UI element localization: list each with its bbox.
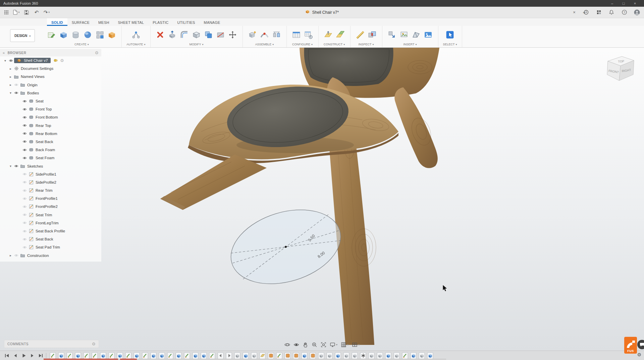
visibility-eye-icon[interactable] <box>21 148 28 151</box>
step-forward-button[interactable] <box>28 352 36 359</box>
timeline-feature-icon[interactable] <box>125 352 132 359</box>
move-icon[interactable] <box>228 30 238 40</box>
timeline-feature-icon[interactable] <box>92 352 98 359</box>
cylinder-icon[interactable] <box>70 30 80 40</box>
toolbar-group-label[interactable]: CREATE <box>74 43 89 47</box>
workspace-selector[interactable]: DESIGN <box>10 29 35 42</box>
pan-icon[interactable] <box>302 341 309 349</box>
timeline-feature-icon[interactable] <box>368 352 375 359</box>
fit-icon[interactable] <box>320 341 327 349</box>
split-icon[interactable] <box>216 30 226 40</box>
press-pull-icon[interactable] <box>167 30 177 40</box>
tree-item-front-top[interactable]: Front Top <box>0 105 101 113</box>
maximize-button[interactable]: □ <box>618 1 629 5</box>
ribbon-tab-plastic[interactable]: PLASTIC <box>148 18 173 26</box>
rigid-group-icon[interactable] <box>272 30 282 40</box>
timeline-feature-icon[interactable] <box>133 352 140 359</box>
timeline-feature-icon[interactable] <box>159 352 165 359</box>
extensions-icon[interactable] <box>595 8 603 16</box>
automate-icon[interactable] <box>131 30 141 40</box>
tree-item-sketches[interactable]: ▾Sketches <box>0 162 101 170</box>
pattern-icon[interactable] <box>95 30 105 40</box>
timeline-feature-icon[interactable] <box>192 352 199 359</box>
minimize-button[interactable]: – <box>606 1 618 5</box>
tree-item-seat-trim[interactable]: Seat Trim <box>0 211 101 219</box>
grid-settings-icon[interactable]: ▾ <box>340 341 350 349</box>
tree-item-rear-top[interactable]: Rear Top <box>0 122 101 130</box>
form-icon[interactable] <box>107 30 117 40</box>
timeline-feature-icon[interactable] <box>184 352 191 359</box>
sketch-ellipse[interactable]: 5.50 8.00 <box>222 197 350 296</box>
timeline-feature-icon[interactable] <box>393 352 400 359</box>
timeline-feature-icon[interactable] <box>201 352 207 359</box>
display-settings-icon[interactable]: ▾ <box>329 341 338 349</box>
visibility-eye-icon[interactable] <box>21 181 28 184</box>
skip-end-button[interactable] <box>36 352 45 359</box>
chair-right-leg[interactable] <box>394 87 438 168</box>
timeline-feature-icon[interactable] <box>108 352 115 359</box>
close-button[interactable]: × <box>629 1 641 5</box>
visibility-eye-icon[interactable] <box>13 254 19 257</box>
plane-angle-icon[interactable] <box>335 30 345 40</box>
tree-item-frontprofile2[interactable]: FrontProfile2 <box>0 203 101 211</box>
tree-item-seat-foam[interactable]: Seat Foam <box>0 154 101 162</box>
timeline-feature-icon[interactable] <box>217 352 224 359</box>
combine-icon[interactable] <box>204 30 214 40</box>
tree-item-bodies[interactable]: ▾Bodies <box>0 89 101 97</box>
visibility-eye-icon[interactable] <box>21 140 28 143</box>
orbit-icon[interactable] <box>283 341 291 349</box>
tree-item-named-views[interactable]: ▸Named Views <box>0 73 101 81</box>
select-icon[interactable] <box>445 30 455 40</box>
timeline-feature-icon[interactable] <box>167 352 174 359</box>
arrow-expanded-icon[interactable]: ▾ <box>8 91 13 95</box>
timeline-scrubber[interactable] <box>44 359 446 360</box>
tree-item-seat[interactable]: Seat <box>0 97 101 105</box>
tree-item-origin[interactable]: ▸Origin <box>0 81 101 89</box>
ribbon-tab-mesh[interactable]: MESH <box>94 18 114 26</box>
timeline-feature-icon[interactable] <box>326 352 333 359</box>
document-tab[interactable]: Shell Chair v7* <box>305 7 339 18</box>
timeline-feature-icon[interactable] <box>377 352 383 359</box>
timeline-feature-icon[interactable] <box>284 352 291 359</box>
tree-item-document-settings[interactable]: ▸Document Settings <box>0 64 101 73</box>
skip-start-button[interactable] <box>3 352 11 359</box>
timeline-feature-icon[interactable] <box>419 352 425 359</box>
timeline-feature-icon[interactable] <box>142 352 149 359</box>
tree-item-frontlegtrim[interactable]: FrontLegTrim <box>0 219 101 227</box>
comments-bar[interactable]: COMMENTS ⊙ <box>4 340 99 348</box>
configuration-icon[interactable] <box>291 30 302 40</box>
tree-item-frontprofile1[interactable]: FrontProfile1 <box>0 194 101 203</box>
visibility-eye-icon[interactable] <box>21 116 28 119</box>
play-button[interactable] <box>19 352 28 359</box>
look-at-icon[interactable] <box>292 341 300 349</box>
toolbar-group-label[interactable]: CONFIGURE <box>292 43 313 47</box>
visibility-eye-icon[interactable] <box>13 83 19 86</box>
create-sketch-icon[interactable] <box>46 30 56 40</box>
timeline-feature-icon[interactable] <box>410 352 417 359</box>
timeline-feature-icon[interactable] <box>259 352 266 359</box>
visibility-eye-icon[interactable] <box>21 124 28 127</box>
view-cube[interactable]: TOP FRONT RIGHT <box>602 52 638 83</box>
timeline-feature-icon[interactable] <box>318 352 325 359</box>
config-table-icon[interactable] <box>304 30 314 40</box>
toolbar-group-label[interactable]: ASSEMBLE <box>255 43 274 47</box>
visibility-eye-icon[interactable] <box>21 108 28 111</box>
user-avatar-icon[interactable] <box>633 8 641 16</box>
toolbar-group-label[interactable]: MODIFY <box>190 43 204 47</box>
visibility-eye-icon[interactable] <box>21 132 28 135</box>
timeline-feature-icon[interactable] <box>150 352 157 359</box>
tree-item-seat-back[interactable]: Seat Back <box>0 235 101 243</box>
active-component-chip[interactable]: Shell Chair v7 <box>14 58 51 63</box>
new-component-icon[interactable] <box>248 30 258 40</box>
timeline-feature-icon[interactable] <box>234 352 241 359</box>
chair-front-leg[interactable] <box>160 154 267 210</box>
interference-icon[interactable] <box>367 30 377 40</box>
step-back-button[interactable] <box>11 352 19 359</box>
toolbar-group-label[interactable]: INSERT <box>404 43 417 47</box>
timeline-feature-icon[interactable] <box>427 352 434 359</box>
toolbar-group-label[interactable]: AUTOMATE <box>126 43 145 47</box>
visibility-eye-icon[interactable] <box>13 165 19 168</box>
visibility-eye-icon[interactable] <box>21 246 28 249</box>
notifications-icon[interactable] <box>607 8 615 16</box>
timeline-feature-icon[interactable] <box>268 352 274 359</box>
